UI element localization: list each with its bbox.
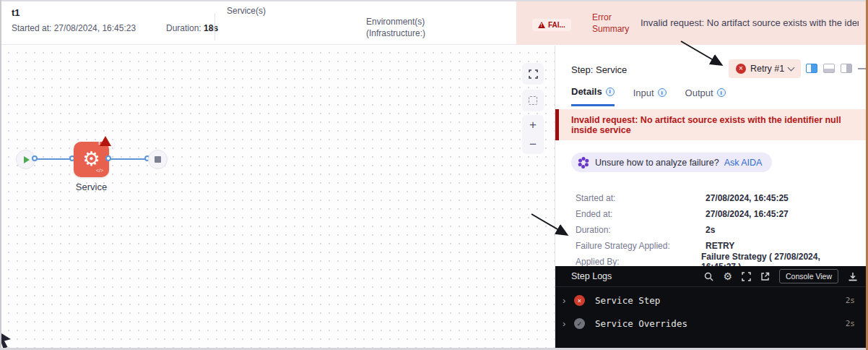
duration-value: 18s (204, 23, 218, 33)
info-icon: i (606, 88, 615, 96)
environments-caption: Environment(s) (366, 16, 425, 27)
pipeline-canvas[interactable]: ⚙ ! </> Service + − (1, 46, 555, 348)
failed-status-badge: ! FAI... (532, 19, 571, 31)
started-at-label: Started at: 27/08/2024, 16:45:23 (12, 23, 136, 33)
play-icon (24, 156, 30, 163)
pipeline-end-node[interactable] (148, 150, 168, 169)
detail-value: 27/08/2024, 16:45:25 (706, 193, 789, 203)
tab-output[interactable]: Output i (685, 86, 726, 106)
error-summary-label: Error Summary (592, 12, 635, 35)
step-node-label: Service (74, 182, 109, 192)
log-row-service-step[interactable]: › × Service Step 2s (555, 291, 867, 310)
step-warning-badge: ! (100, 136, 111, 146)
warning-triangle-icon: ! (538, 22, 545, 28)
frame-edge (0, 0, 1, 350)
retry-label: Retry #1 (750, 64, 784, 74)
step-details-list: Started at: 27/08/2024, 16:45:25 Ended a… (576, 190, 857, 270)
detail-label: Applied By: (576, 257, 701, 267)
canvas-select-button[interactable] (522, 90, 544, 111)
detail-label: Ended at: (576, 209, 706, 219)
failed-badge-label: FAI... (548, 21, 565, 29)
settings-gear-icon[interactable]: ⚙ (723, 271, 732, 281)
step-error-text: Invalid request: No artifact source exis… (559, 115, 867, 135)
zoom-out-button[interactable]: − (529, 138, 537, 150)
tab-details[interactable]: Details i (571, 86, 615, 106)
log-row-duration: 2s (846, 296, 855, 305)
log-row-name: Service Overrides (595, 318, 687, 329)
detail-row: Started at: 27/08/2024, 16:45:25 (576, 190, 857, 206)
aida-prompt-text: Unsure how to analyze failure? (595, 158, 719, 168)
log-row-name: Service Step (595, 295, 660, 306)
services-label: Service(s) (227, 6, 266, 16)
detail-value: RETRY (706, 241, 734, 251)
duration-caption: Duration: (166, 23, 201, 33)
ask-aida-pill[interactable]: Unsure how to analyze failure? Ask AIDA (571, 153, 772, 172)
layout-split-right-icon[interactable] (806, 64, 817, 73)
console-view-button[interactable]: Console View (779, 269, 838, 283)
fullscreen-icon[interactable] (742, 272, 751, 281)
stop-icon (155, 156, 161, 163)
step-error-message: Invalid request: No artifact source exis… (555, 109, 867, 140)
log-row-duration: 2s (846, 319, 855, 328)
panel-title: Step: Service (571, 64, 627, 75)
infrastructure-caption: (Infrastructure:) (366, 27, 425, 39)
code-icon: </> (96, 168, 103, 173)
canvas-fullscreen-button[interactable] (522, 63, 544, 85)
step-logs-title: Step Logs (571, 271, 612, 281)
header-divider (214, 13, 215, 40)
layout-right-icon[interactable] (841, 64, 852, 73)
failed-status-icon: × (574, 295, 585, 306)
step-logs-toolbar: ⚙ Console View (704, 269, 858, 283)
retry-dropdown-button[interactable]: × Retry #1 (729, 59, 801, 78)
detail-label: Failure Strategy Applied: (576, 241, 706, 251)
detail-value: 2s (706, 225, 715, 235)
pipeline-name: t1 (12, 7, 20, 18)
chevron-down-icon (788, 64, 795, 72)
duration-label: Duration: 18s (166, 23, 218, 33)
environments-label: Environment(s) (Infrastructure:) (366, 16, 425, 39)
pipeline-execution-page: t1 Started at: 27/08/2024, 16:45:23 Dura… (0, 0, 868, 350)
panel-layout-toggles (806, 64, 867, 73)
detail-row: Duration: 2s (576, 222, 857, 238)
step-details-panel: Step: Service × Retry #1 Details i Input… (555, 46, 866, 348)
panel-tabs: Details i Input i Output i (571, 86, 726, 106)
layout-bottom-icon[interactable] (823, 64, 835, 73)
aida-flower-icon (577, 156, 590, 169)
step-logs-header: Step Logs ⚙ Console View (555, 266, 867, 287)
connector-port (105, 155, 111, 161)
tab-input[interactable]: Input i (633, 86, 667, 106)
gear-icon: ⚙ (82, 150, 100, 169)
info-icon: i (717, 88, 726, 97)
ask-aida-link[interactable]: Ask AIDA (724, 158, 763, 168)
error-summary-banner: ! FAI... Error Summary Invalid request: … (516, 1, 866, 45)
fullscreen-icon (529, 69, 538, 79)
detail-value: 27/08/2024, 16:45:27 (706, 209, 789, 219)
failed-circle-icon: × (736, 64, 746, 74)
detail-label: Started at: (576, 193, 706, 203)
search-icon[interactable] (704, 272, 713, 281)
marquee-select-icon (529, 96, 537, 105)
log-row-service-overrides[interactable]: › ✓ Service Overrides 2s (555, 314, 867, 333)
detail-row: Ended at: 27/08/2024, 16:45:27 (576, 206, 857, 222)
error-summary-text: Invalid request: No artifact source exis… (641, 17, 859, 28)
canvas-zoom-controls: + − (522, 115, 544, 154)
tab-input-label: Input (633, 88, 654, 98)
chevron-right-icon[interactable]: › (563, 295, 574, 306)
frame-edge (0, 0, 868, 1)
detail-label: Duration: (576, 225, 706, 235)
zoom-in-button[interactable]: + (529, 119, 537, 131)
step-logs-console: Step Logs ⚙ Console View (555, 266, 867, 348)
service-step-node[interactable]: ⚙ (74, 142, 109, 177)
download-icon[interactable] (848, 272, 858, 281)
info-icon: i (658, 88, 667, 97)
execution-header: t1 Started at: 27/08/2024, 16:45:23 Dura… (1, 1, 866, 45)
tab-output-label: Output (685, 88, 713, 98)
connector-port (32, 155, 38, 161)
tab-details-label: Details (571, 86, 602, 97)
open-external-icon[interactable] (760, 272, 770, 281)
chevron-right-icon[interactable]: › (563, 318, 574, 329)
success-status-icon: ✓ (574, 318, 585, 329)
